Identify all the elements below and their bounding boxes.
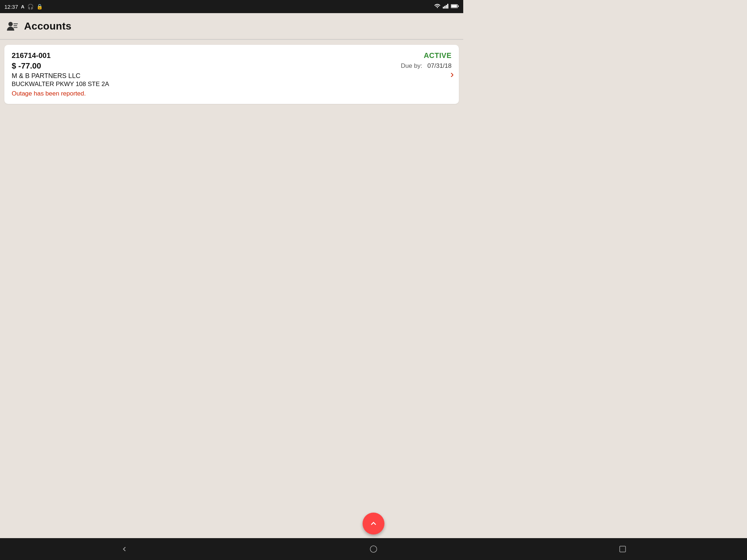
accounts-icon — [6, 20, 19, 33]
card-header-row: 216714-001 ACTIVE — [12, 51, 452, 60]
headset-icon: 🎧 — [27, 4, 34, 9]
wifi-icon — [434, 4, 441, 10]
status-bar-left: 12:37 A 🎧 🔒 — [4, 4, 43, 10]
svg-rect-5 — [451, 5, 457, 7]
svg-rect-6 — [458, 5, 458, 7]
status-time: 12:37 — [4, 4, 18, 10]
account-name: M & B PARTNERS LLC — [12, 72, 452, 80]
battery-icon — [451, 4, 459, 9]
notification-a-icon: A — [21, 4, 24, 9]
svg-rect-3 — [447, 4, 448, 8]
due-label: Due by: — [401, 62, 422, 69]
status-bar-right — [434, 4, 459, 10]
svg-rect-9 — [13, 25, 17, 26]
status-bar: 12:37 A 🎧 🔒 — [0, 0, 463, 13]
account-address: BUCKWALTER PKWY 108 STE 2A — [12, 81, 452, 88]
signal-icon — [443, 4, 449, 10]
due-date-value: 07/31/18 — [427, 62, 452, 69]
page-title: Accounts — [24, 20, 71, 32]
svg-point-7 — [8, 22, 13, 26]
status-badge: ACTIVE — [424, 51, 452, 60]
outage-message: Outage has been reported. — [12, 90, 452, 97]
svg-rect-8 — [13, 23, 18, 24]
accounts-list: 216714-001 ACTIVE $ -77.00 Due by: 07/31… — [0, 40, 463, 109]
lock-icon: 🔒 — [36, 4, 43, 9]
svg-rect-2 — [446, 5, 447, 8]
chevron-right-icon: › — [450, 69, 454, 79]
account-amount: $ -77.00 — [12, 61, 41, 71]
due-date: Due by: 07/31/18 — [401, 62, 452, 70]
svg-rect-1 — [444, 6, 445, 8]
svg-rect-0 — [443, 7, 444, 8]
account-number: 216714-001 — [12, 51, 51, 60]
svg-rect-10 — [13, 27, 18, 28]
card-amount-row: $ -77.00 Due by: 07/31/18 — [12, 61, 452, 71]
app-bar: Accounts — [0, 13, 463, 39]
account-card[interactable]: 216714-001 ACTIVE $ -77.00 Due by: 07/31… — [4, 45, 459, 104]
